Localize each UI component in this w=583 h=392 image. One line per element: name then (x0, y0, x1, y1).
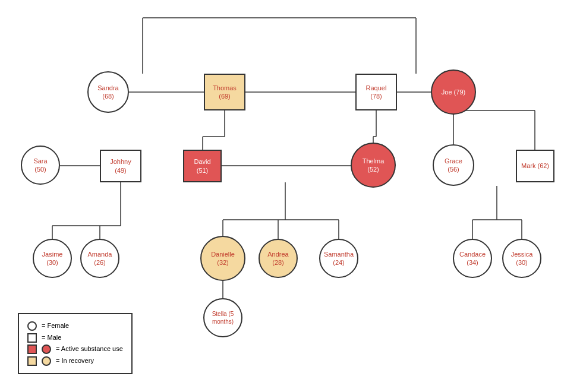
samantha-label: Samantha (324, 250, 354, 258)
danielle-age: (32) (217, 258, 229, 267)
legend-male-icon (27, 333, 37, 343)
johhny-shape: Johhny (49) (100, 150, 141, 182)
legend-active-row: = Active substance use (27, 343, 123, 355)
danielle-label: Danielle (211, 250, 235, 258)
grace-shape: Grace (56) (433, 144, 474, 186)
candace-label: Candace (459, 250, 486, 258)
sandra-age: (68) (102, 92, 114, 100)
johhny-label: Johhny (110, 157, 131, 166)
thelma-age: (52) (367, 165, 379, 173)
andrea-node: Andrea (28) (259, 239, 298, 278)
jessica-label: Jessica (511, 250, 533, 258)
candace-node: Candace (34) (453, 239, 492, 278)
sandra-label: Sandra (97, 84, 118, 92)
amanda-shape: Amanda (26) (80, 239, 119, 278)
legend-active-square-icon (27, 344, 37, 354)
danielle-node: Danielle (32) (200, 236, 245, 281)
jessica-shape: Jessica (30) (502, 239, 541, 278)
legend-active-label: = Active substance use (56, 343, 123, 355)
sara-node: Sara (50) (21, 146, 60, 185)
grace-label: Grace (445, 157, 462, 165)
stella-label: Stella (5 months) (204, 310, 241, 325)
thomas-label: Thomas (213, 84, 237, 92)
jasime-age: (30) (46, 258, 58, 267)
raquel-age: (78) (370, 92, 382, 100)
samantha-node: Samantha (24) (319, 239, 358, 278)
candace-age: (34) (467, 258, 478, 267)
legend-male-row: = Male (27, 332, 123, 344)
stella-shape: Stella (5 months) (203, 298, 242, 337)
stella-node: Stella (5 months) (203, 298, 242, 337)
danielle-shape: Danielle (32) (200, 236, 245, 281)
legend-female-row: = Female (27, 320, 123, 332)
jasime-node: Jasime (30) (33, 239, 72, 278)
grace-node: Grace (56) (433, 144, 474, 186)
thelma-label: Thelma (363, 157, 385, 165)
samantha-shape: Samantha (24) (319, 239, 358, 278)
genogram: Sandra (68) Thomas (69) Raquel (78) Joe … (0, 0, 583, 392)
thomas-shape: Thomas (69) (204, 74, 245, 110)
andrea-age: (28) (272, 258, 284, 267)
sandra-node: Sandra (68) (87, 71, 129, 113)
david-label: David (194, 157, 210, 166)
thomas-age: (69) (219, 92, 231, 100)
david-node: David (51) (183, 150, 222, 182)
raquel-shape: Raquel (78) (355, 74, 397, 110)
mark-node: Mark (62) (516, 150, 554, 182)
legend-female-label: = Female (42, 320, 69, 332)
david-shape: David (51) (183, 150, 222, 182)
jessica-age: (30) (516, 258, 528, 267)
jasime-label: Jasime (42, 250, 63, 258)
sara-shape: Sara (50) (21, 146, 60, 185)
andrea-shape: Andrea (28) (259, 239, 298, 278)
joe-node: Joe (79) (431, 69, 476, 115)
andrea-label: Andrea (267, 250, 288, 258)
legend-recovery-square-icon (27, 356, 37, 366)
grace-age: (56) (448, 165, 459, 173)
legend-female-icon (27, 321, 37, 331)
thelma-shape: Thelma (52) (351, 143, 396, 188)
sandra-shape: Sandra (68) (87, 71, 129, 113)
amanda-label: Amanda (88, 250, 112, 258)
thelma-node: Thelma (52) (351, 143, 396, 188)
sara-label: Sara (33, 157, 47, 165)
candace-shape: Candace (34) (453, 239, 492, 278)
johhny-node: Johhny (49) (100, 150, 141, 182)
david-age: (51) (197, 166, 209, 175)
jasime-shape: Jasime (30) (33, 239, 72, 278)
amanda-age: (26) (94, 258, 106, 267)
johhny-age: (49) (115, 166, 127, 175)
joe-label: Joe (79) (442, 88, 465, 96)
legend-recovery-label: = In recovery (56, 355, 94, 367)
legend: = Female = Male = Active substance use =… (18, 313, 133, 374)
amanda-node: Amanda (26) (80, 239, 119, 278)
raquel-node: Raquel (78) (355, 74, 397, 110)
legend-male-label: = Male (42, 332, 61, 344)
samantha-age: (24) (333, 258, 345, 267)
legend-active-circle-icon (42, 344, 51, 354)
legend-recovery-row: = In recovery (27, 355, 123, 367)
thomas-node: Thomas (69) (204, 74, 245, 110)
sara-age: (50) (34, 165, 46, 173)
raquel-label: Raquel (366, 84, 387, 92)
mark-label: Mark (62) (521, 162, 549, 170)
jessica-node: Jessica (30) (502, 239, 541, 278)
legend-recovery-circle-icon (42, 356, 51, 366)
joe-shape: Joe (79) (431, 69, 476, 115)
mark-shape: Mark (62) (516, 150, 554, 182)
